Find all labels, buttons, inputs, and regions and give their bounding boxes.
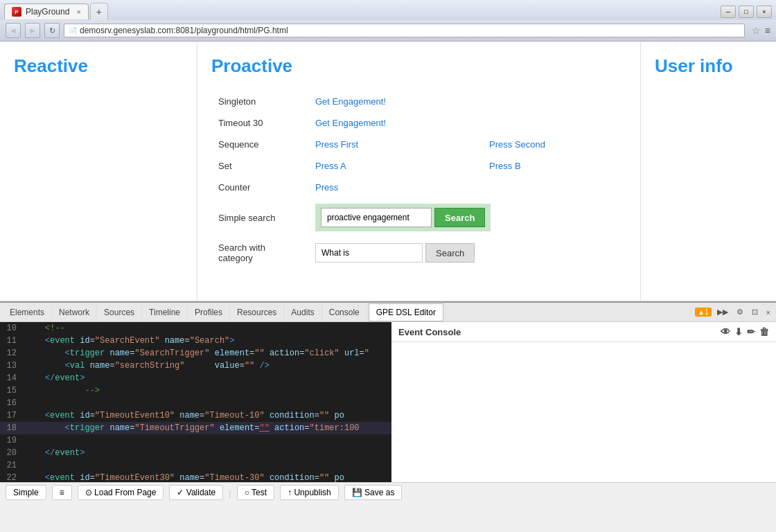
tab-network[interactable]: Network (52, 304, 97, 321)
close-devtools-btn[interactable]: × (764, 307, 773, 318)
proactive-table: Singleton Get Engagement! Timeout 30 Get… (211, 91, 626, 269)
press-b-link[interactable]: Press B (489, 161, 521, 171)
devtools-controls: ▲1 ▶▶ ⚙ ⊡ × (695, 306, 773, 318)
restore-btn[interactable]: □ (739, 6, 754, 18)
close-btn[interactable]: × (757, 6, 772, 18)
new-tab-btn[interactable]: + (90, 3, 108, 20)
code-line: 22 <event id="TimeoutEvent30" name="Time… (0, 472, 391, 482)
table-row: Set Press A Press B (211, 155, 626, 177)
checkmark-icon: ✓ (177, 488, 184, 497)
tab-sources[interactable]: Sources (97, 304, 142, 321)
validate-btn[interactable]: ✓ Validate (169, 485, 223, 500)
code-line: 15 --> (0, 384, 391, 397)
press-link[interactable]: Press (315, 182, 338, 193)
test-btn[interactable]: ○ Test (237, 485, 274, 500)
tab-audits[interactable]: Audits (284, 304, 321, 321)
reactive-title: Reactive (14, 55, 183, 77)
event-download-btn[interactable]: ⬇ (734, 326, 743, 337)
back-btn[interactable]: ◄ (6, 23, 21, 38)
event-watch-btn[interactable]: 👁 (721, 326, 730, 337)
search-category-label: Search with category (211, 237, 308, 269)
code-line: 16 (0, 397, 391, 409)
tab-elements[interactable]: Elements (3, 304, 52, 321)
timeout30-label: Timeout 30 (211, 112, 308, 134)
table-row: Counter Press (211, 177, 626, 198)
search-category-button[interactable]: Search (425, 243, 475, 263)
proactive-section: Proactive Singleton Get Engagement! Time… (197, 42, 641, 301)
menu-btn[interactable]: ≡ (765, 25, 770, 36)
proactive-title: Proactive (211, 55, 626, 77)
devtools-tab-bar: Elements Network Sources Timeline Profil… (0, 303, 776, 322)
title-bar: P PlayGround × + ─ □ × (0, 0, 776, 20)
singleton-get-engagement-link[interactable]: Get Engagement! (315, 96, 386, 107)
devtools-body: 10 <!-- 11 <event id="SearchEvent" name=… (0, 322, 776, 482)
code-line: 19 (0, 434, 391, 447)
press-first-link[interactable]: Press First (315, 139, 358, 150)
event-console-title: Event Console (398, 327, 461, 337)
settings-btn[interactable]: ⚙ (734, 306, 746, 318)
event-console-content (391, 342, 776, 482)
tab-close-btn[interactable]: × (76, 8, 80, 16)
tab-gpe-dsl-editor[interactable]: GPE DSL Editor (369, 303, 443, 321)
tab-console[interactable]: Console (322, 304, 367, 321)
simple-btn[interactable]: Simple (6, 485, 46, 500)
devtools-toolbar: Simple ≡ ⊙ Load From Page ✓ Validate | ○… (0, 482, 776, 502)
code-line: 11 <event id="SearchEvent" name="Search"… (0, 335, 391, 347)
dock-btn[interactable]: ⊡ (749, 306, 761, 318)
forward-btn[interactable]: ► (25, 23, 40, 38)
table-row: Singleton Get Engagement! (211, 91, 626, 112)
window-controls: ─ □ × (721, 6, 772, 18)
upload-icon: ↑ (288, 488, 292, 497)
load-from-page-btn[interactable]: ⊙ Load From Page (78, 485, 164, 500)
code-line: 21 (0, 459, 391, 472)
save-icon: 💾 (352, 488, 362, 497)
search-category-container: Search (315, 243, 619, 263)
press-second-link[interactable]: Press Second (489, 139, 545, 150)
expand-console-btn[interactable]: ▶▶ (714, 306, 731, 318)
list-icon: ≡ (60, 488, 64, 497)
circle-icon: ○ (245, 488, 249, 497)
simple-search-label: Simple search (211, 198, 308, 237)
event-delete-btn[interactable]: 🗑 (759, 326, 769, 337)
event-console-panel: Event Console 👁 ⬇ ✏ 🗑 (391, 322, 776, 482)
code-line: 20 </event> (0, 447, 391, 459)
code-line: 13 <val name="searchString" value="" /> (0, 360, 391, 372)
page-icon: 📄 (69, 27, 77, 35)
load-icon: ⊙ (85, 488, 92, 497)
userinfo-title: User info (655, 55, 762, 77)
code-line: 10 <!-- (0, 322, 391, 335)
sequence-label: Sequence (211, 134, 308, 155)
event-edit-btn[interactable]: ✏ (747, 326, 755, 337)
tab-resources[interactable]: Resources (230, 304, 284, 321)
warning-badge: ▲1 (695, 308, 711, 317)
minimize-btn[interactable]: ─ (721, 6, 736, 18)
unpublish-btn[interactable]: ↑ Unpublish (280, 485, 339, 500)
simple-search-button[interactable]: Search (434, 208, 485, 227)
event-panel-actions: 👁 ⬇ ✏ 🗑 (721, 326, 769, 337)
reactive-section: Reactive (0, 42, 197, 301)
save-as-btn[interactable]: 💾 Save as (344, 485, 403, 500)
tab-timeline[interactable]: Timeline (142, 304, 188, 321)
refresh-btn[interactable]: ↻ (44, 23, 60, 38)
simple-search-input[interactable] (321, 208, 432, 227)
address-bar[interactable]: 📄 demosrv.genesyslab.com:8081/playground… (64, 24, 745, 37)
press-a-link[interactable]: Press A (315, 161, 346, 171)
active-tab[interactable]: P PlayGround × (4, 3, 89, 19)
search-category-row: Search with category Search (211, 237, 626, 269)
counter-label: Counter (211, 177, 308, 198)
table-row: Sequence Press First Press Second (211, 134, 626, 155)
code-panel[interactable]: 10 <!-- 11 <event id="SearchEvent" name=… (0, 322, 391, 482)
nav-bar: ◄ ► ↻ 📄 demosrv.genesyslab.com:8081/play… (0, 20, 776, 41)
search-category-input[interactable] (315, 243, 423, 263)
tab-favicon: P (12, 7, 21, 17)
code-line: 14 </event> (0, 372, 391, 384)
list-btn[interactable]: ≡ (52, 485, 72, 500)
address-text: demosrv.genesyslab.com:8081/playground/h… (80, 26, 288, 35)
code-line: 12 <trigger name="SearchTrigger" element… (0, 347, 391, 360)
userinfo-section: User info (641, 42, 776, 301)
bookmark-btn[interactable]: ☆ (752, 25, 761, 36)
tab-profiles[interactable]: Profiles (188, 304, 230, 321)
timeout30-get-engagement-link[interactable]: Get Engagement! (315, 118, 386, 128)
code-line: 17 <event id="TimeoutEvent10" name="Time… (0, 409, 391, 422)
table-row: Timeout 30 Get Engagement! (211, 112, 626, 134)
